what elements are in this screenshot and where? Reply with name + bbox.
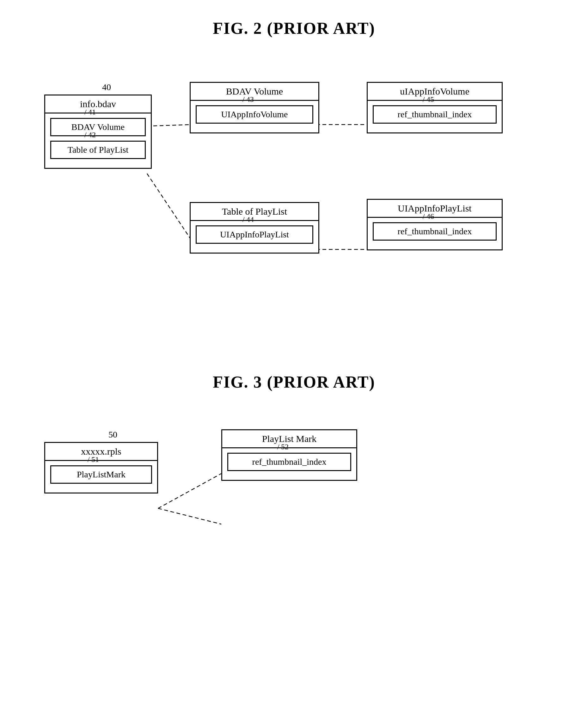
label-45: 45 (426, 95, 434, 104)
fig3-diagram: 50 xxxxx.rpls 51 / PlayListMark PlayList… (25, 410, 563, 568)
label-40: 40 (102, 82, 111, 92)
label-51: 51 (91, 455, 99, 464)
svg-line-1 (147, 173, 191, 240)
playlist-mark-box: PlayList Mark 52 / ref_thumbnail_index (221, 429, 357, 481)
page: FIG. 2 (PRIOR ART) 40 info.bdav 41 / (0, 0, 588, 717)
svg-line-4 (158, 473, 221, 508)
uiappinfo-playlist-box: UIAppInfoPlayList 46 / ref_thumbnail_ind… (367, 199, 503, 250)
table-playlist-header: Table of PlayList (191, 203, 318, 221)
label-42: 42 (88, 131, 96, 139)
fig3-title: FIG. 3 (PRIOR ART) (25, 373, 563, 392)
playlistmark-inner: PlayListMark (50, 465, 152, 484)
uiappinfo-volume-header: uIAppInfoVolume (368, 83, 502, 101)
label-50: 50 (108, 430, 117, 440)
fig2-title: FIG. 2 (PRIOR ART) (25, 19, 563, 38)
xxxxx-rpls-header: xxxxx.rpls (45, 443, 157, 461)
label-41: 41 (88, 108, 96, 116)
table-playlist-inner: Table of PlayList (50, 141, 146, 159)
playlist-mark-header: PlayList Mark (222, 430, 356, 448)
info-bdav-box: 40 info.bdav 41 / BDAV Volume 42 / Table… (44, 94, 152, 169)
bdav-volume-box: BDAV Volume 43 / UIAppInfoVolume (190, 82, 319, 133)
label-46: 46 (426, 212, 434, 221)
ref-thumb-index-v: ref_thumbnail_index (373, 105, 497, 124)
uiappinfo-playlist-inner: UIAppInfoPlayList (196, 226, 313, 244)
label-44: 44 (246, 215, 254, 224)
svg-line-5 (158, 508, 221, 524)
svg-line-0 (147, 125, 191, 126)
bdav-volume-header: BDAV Volume (191, 83, 318, 101)
label-43: 43 (246, 95, 254, 104)
ref-thumb-index-pl: ref_thumbnail_index (373, 222, 497, 240)
table-playlist-box: Table of PlayList 44 / UIAppInfoPlayList (190, 202, 319, 254)
uiappinfo-volume-box: uIAppInfoVolume 45 / ref_thumbnail_index (367, 82, 503, 133)
label-52: 52 (281, 443, 289, 451)
uiappinfo-volume-inner: UIAppInfoVolume (196, 105, 313, 124)
xxxxx-rpls-box: 50 xxxxx.rpls 51 / PlayListMark (44, 442, 158, 493)
ref-thumb-index-plm: ref_thumbnail_index (227, 453, 351, 471)
uiappinfo-playlist-header: UIAppInfoPlayList (368, 200, 502, 218)
info-bdav-header: info.bdav (45, 96, 151, 113)
bdav-volume-inner: BDAV Volume (50, 118, 146, 136)
fig2-diagram: 40 info.bdav 41 / BDAV Volume 42 / Table… (25, 57, 563, 347)
